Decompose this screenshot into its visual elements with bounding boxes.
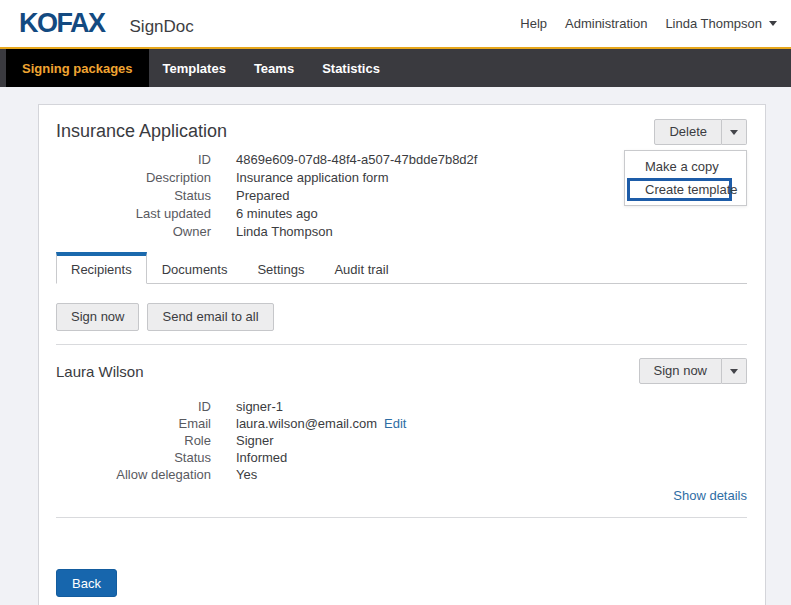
detail-label: Role [56, 432, 211, 449]
brand: KOFAX SignDoc [19, 8, 194, 39]
detail-value: Signer [236, 432, 274, 449]
detail-label: Description [56, 169, 211, 187]
section-divider [56, 517, 747, 518]
product-name: SignDoc [130, 17, 194, 37]
detail-row-last-updated: Last updated 6 minutes ago [56, 205, 747, 223]
recipient-sign-menu-toggle[interactable] [722, 358, 747, 384]
detail-value: Informed [236, 449, 287, 466]
detail-value: Insurance application form [236, 169, 388, 187]
administration-link[interactable]: Administration [565, 16, 647, 31]
detail-label: Owner [56, 223, 211, 241]
delete-dropdown-menu: Make a copy Create template [624, 150, 747, 206]
nav-teams[interactable]: Teams [240, 49, 308, 87]
recipient-header: Laura Wilson Sign now [56, 358, 747, 384]
tab-recipients[interactable]: Recipients [56, 252, 147, 284]
detail-value: Prepared [236, 187, 289, 205]
page-title: Insurance Application [56, 121, 747, 142]
detail-row-signer-status: Status Informed [56, 449, 747, 466]
detail-row-email: Email laura.wilson@email.com Edit [56, 415, 747, 432]
detail-label: ID [56, 398, 211, 415]
detail-label: ID [56, 151, 211, 169]
detail-row-signer-id: ID signer-1 [56, 398, 747, 415]
tab-audit-trail[interactable]: Audit trail [319, 252, 403, 284]
menu-item-make-a-copy[interactable]: Make a copy [625, 156, 746, 177]
recipient-name: Laura Wilson [56, 363, 144, 380]
menu-item-create-template[interactable]: Create template [627, 178, 732, 201]
tab-documents[interactable]: Documents [147, 252, 243, 284]
header-links: Help Administration Linda Thompson [502, 16, 777, 31]
nav-signing-packages[interactable]: Signing packages [6, 49, 149, 87]
back-button[interactable]: Back [56, 569, 117, 597]
edit-email-link[interactable]: Edit [384, 415, 406, 432]
detail-label: Status [56, 449, 211, 466]
recipient-sign-now-button[interactable]: Sign now [639, 358, 722, 384]
detail-row-owner: Owner Linda Thompson [56, 223, 747, 241]
detail-label: Email [56, 415, 211, 432]
sign-now-all-button[interactable]: Sign now [56, 303, 139, 331]
detail-value: Linda Thompson [236, 223, 333, 241]
help-link[interactable]: Help [520, 16, 547, 31]
caret-down-icon [730, 369, 738, 374]
package-tabs: Recipients Documents Settings Audit trai… [56, 252, 747, 284]
detail-value: 6 minutes ago [236, 205, 318, 223]
recipient-sign-split-button: Sign now [639, 358, 747, 384]
delete-split-button: Delete [654, 119, 747, 145]
show-details-row: Show details [56, 486, 747, 504]
detail-label: Status [56, 187, 211, 205]
user-menu[interactable]: Linda Thompson [665, 16, 777, 31]
show-details-link[interactable]: Show details [673, 488, 747, 503]
app-header: KOFAX SignDoc Help Administration Linda … [0, 0, 791, 47]
kofax-logo[interactable]: KOFAX [19, 8, 105, 39]
detail-value: 4869e609-07d8-48f4-a507-47bdde7b8d2f [236, 151, 477, 169]
detail-value: Yes [236, 466, 257, 483]
detail-value: signer-1 [236, 398, 283, 415]
detail-label: Last updated [56, 205, 211, 223]
detail-row-allow-delegation: Allow delegation Yes [56, 466, 747, 483]
nav-statistics[interactable]: Statistics [308, 49, 394, 87]
send-email-to-all-button[interactable]: Send email to all [147, 303, 273, 331]
package-card: Insurance Application Delete Make a copy… [38, 104, 766, 605]
main-nav: Signing packages Templates Teams Statist… [0, 49, 791, 87]
delete-menu-toggle[interactable] [722, 119, 747, 145]
delete-button[interactable]: Delete [654, 119, 722, 145]
section-divider [56, 344, 747, 345]
detail-label: Allow delegation [56, 466, 211, 483]
recipient-details: ID signer-1 Email laura.wilson@email.com… [56, 398, 747, 483]
detail-row-role: Role Signer [56, 432, 747, 449]
caret-down-icon [730, 130, 738, 135]
tab-settings[interactable]: Settings [242, 252, 319, 284]
caret-down-icon [769, 21, 777, 26]
nav-templates[interactable]: Templates [149, 49, 240, 87]
detail-value: laura.wilson@email.com [236, 415, 377, 432]
recipients-actions: Sign now Send email to all [56, 303, 747, 331]
user-name: Linda Thompson [665, 16, 762, 31]
